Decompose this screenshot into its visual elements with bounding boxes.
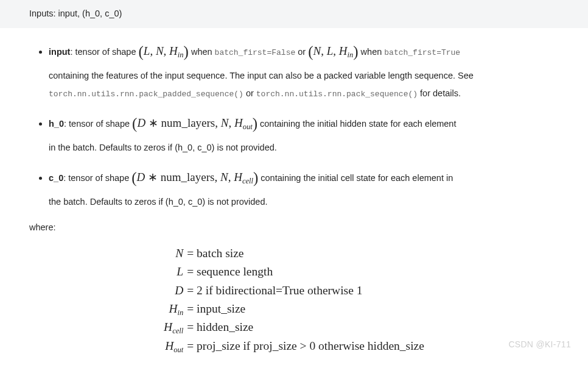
inputs-header: Inputs: input, (h_0, c_0) [0, 0, 588, 28]
code-batch-first-false: batch_first=False [215, 48, 296, 57]
param-list: input: tensor of shape (L, N, Hin) when … [29, 37, 559, 211]
param-c0-line2: the batch. Defaults to zeros if (h_0, c_… [49, 197, 267, 207]
param-input-tail: for details. [418, 88, 461, 98]
eq-n: N = batch size [164, 244, 424, 263]
eq-hin: Hin = input_size [164, 300, 424, 318]
code-batch-first-true: batch_first=True [384, 48, 460, 57]
param-input-line2a: containing the features of the input seq… [49, 71, 474, 80]
param-input-mid2: or [295, 47, 308, 57]
inputs-header-text: Inputs: input, (h_0, c_0) [29, 9, 122, 18]
param-h0: h_0: tensor of shape (D ∗ num_layers, N,… [49, 108, 559, 157]
eq-hcell: Hcell = hidden_size [164, 318, 424, 336]
content-area: input: tensor of shape (L, N, Hin) when … [0, 28, 588, 361]
where-label: where: [29, 219, 559, 236]
eq-hout: Hout = proj_size if proj_size > 0 otherw… [164, 337, 424, 355]
param-h0-name: h_0 [49, 119, 64, 129]
code-pack-sequence[interactable]: torch.nn.utils.rnn.pack_sequence() [256, 90, 418, 99]
param-input-pre: : tensor of shape [70, 47, 138, 57]
equation-block: N = batch size L = sequence length D = 2… [164, 244, 424, 355]
param-h0-mid: containing the initial hidden state for … [257, 119, 456, 129]
watermark: CSDN @KI-711 [508, 336, 571, 353]
param-input-mid3: when [359, 47, 385, 57]
param-c0-mid: containing the initial cell state for ea… [258, 173, 453, 183]
code-pack-padded[interactable]: torch.nn.utils.rnn.pack_padded_sequence(… [49, 90, 243, 99]
shape-nlhin: (N, L, Hin) [308, 44, 358, 57]
param-h0-pre: : tensor of shape [64, 119, 132, 129]
param-input: input: tensor of shape (L, N, Hin) when … [49, 37, 559, 102]
param-h0-line2: in the batch. Defaults to zeros if (h_0,… [49, 143, 277, 152]
param-input-mid1: when [189, 47, 215, 57]
eq-l: L = sequence length [164, 263, 424, 281]
param-c0-pre: : tensor of shape [63, 173, 131, 183]
eq-d: D = 2 if bidirectional=True otherwise 1 [164, 282, 424, 300]
param-input-mid4: or [243, 88, 256, 98]
param-c0-name: c_0 [49, 173, 63, 183]
param-c0: c_0: tensor of shape (D ∗ num_layers, N,… [49, 163, 559, 211]
shape-lnhin: (L, N, Hin) [138, 44, 188, 57]
shape-h0: (D ∗ num_layers, N, Hout) [132, 116, 257, 129]
param-input-name: input [49, 47, 70, 57]
shape-c0: (D ∗ num_layers, N, Hcell) [131, 171, 258, 183]
